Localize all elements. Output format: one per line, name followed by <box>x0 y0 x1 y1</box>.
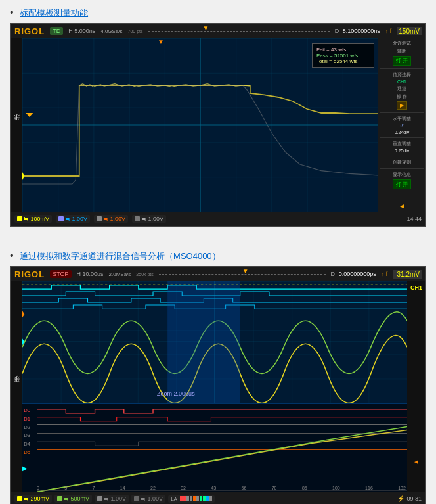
zoom-label: Zoom 2.000us <box>157 390 195 397</box>
scope1-left-label: 水平 <box>11 38 22 212</box>
x-label-32: 32 <box>181 486 186 490</box>
trigger-top-marker: ▼ <box>158 38 164 45</box>
scope1-main: 水平 <box>11 38 425 212</box>
scope1-ch1-indicator: ≒ 100mV <box>14 215 52 223</box>
svg-text:D1: D1 <box>24 416 30 421</box>
scope2-x-axis: 0 3 7 14 22 32 43 56 70 85 100 116 132 <box>35 486 407 490</box>
scope2-analog-svg <box>22 281 407 403</box>
trigger-marker: ▼ <box>202 24 209 32</box>
x-label-7: 7 <box>93 486 95 490</box>
scope2-topbar: RIGOL STOP H 10.00us 2.0MSa/s 250k pts ▼… <box>11 267 425 281</box>
open-btn-2[interactable]: 打 开 <box>393 179 411 189</box>
operate2-label: 操 作 <box>380 93 424 100</box>
scope1-bottombar: ≒ 100mV ≒ 1.00V ≒ 1.00V ≒ 1.00V 14 44 <box>11 212 425 226</box>
open-btn-1[interactable]: 打 开 <box>393 56 411 66</box>
scope2-ch1-label: CH1 <box>410 285 422 291</box>
x-label-0: 0 <box>37 486 39 490</box>
scope2-ch1-val: ≒ 290mV <box>24 495 49 502</box>
scope2-trigger-marker: ▼ <box>242 267 249 275</box>
scope2-voltage: -31.2mV <box>393 270 422 279</box>
scope2-digital: D0 D1 D2 D3 D4 D5 <box>22 403 407 492</box>
scope1-ch3-indicator: ≒ 1.00V <box>94 215 128 223</box>
la-ch8 <box>206 496 209 501</box>
create-rule-label: 创建规则 <box>380 159 424 166</box>
scope1-ch2-indicator: ≒ 1.00V <box>56 215 90 223</box>
scope1-samplerate: 4.0GSa/s <box>100 28 122 34</box>
x-label-85: 85 <box>302 486 307 490</box>
play-btn[interactable]: ▶ <box>397 101 407 110</box>
x-label-116: 116 <box>365 486 373 490</box>
x-label-100: 100 <box>332 486 340 490</box>
la-ch9 <box>209 496 212 501</box>
scope2-main: 水平 <box>11 281 425 492</box>
scope2-ch-arrow: ◄ <box>413 458 420 465</box>
v-val: 0.25div <box>380 149 424 153</box>
scope2-left-label: 水平 <box>11 281 22 492</box>
scope2-ch4-color <box>134 496 139 501</box>
operate-label: 通道 <box>380 85 424 92</box>
scope2-samplerate: 2.0MSa/s <box>109 271 131 277</box>
ch2-color-box <box>58 216 64 221</box>
scope2-timebase: H 10.00us <box>77 271 104 277</box>
digital-left-arrow: ▶ <box>22 465 28 472</box>
scope2-trigicon: ↑ f <box>381 271 388 277</box>
section2-link[interactable]: 通过模拟和数字通道进行混合信号分析（MSO4000） <box>20 251 221 261</box>
svg-text:D2: D2 <box>24 424 30 430</box>
x-label-22: 22 <box>150 486 156 490</box>
scope2-logo: RIGOL <box>14 269 45 279</box>
scope1-ch4-indicator: ≒ 1.00V <box>132 215 166 223</box>
h-adjust-label: 水平调整 <box>380 116 424 122</box>
scope1-pts: 700 pts <box>128 29 143 34</box>
la-ch4 <box>193 496 196 501</box>
scope1-logo: RIGOL <box>14 26 45 36</box>
h-val: 0.24div <box>380 130 424 135</box>
scope1-total: Total = 52544 wfs <box>316 58 370 64</box>
la-ch1 <box>183 496 186 501</box>
scope1-timebase: H 5.000ns <box>68 28 95 34</box>
la-ch2 <box>186 496 189 501</box>
la-ch7 <box>203 496 206 501</box>
scope2-ch2-indicator: ≒ 500mV <box>54 495 92 503</box>
section1-link[interactable]: 标配模板测量功能 <box>20 8 88 18</box>
scope2-la-label: LA <box>171 496 177 502</box>
oscilloscope-1: RIGOL TD H 5.000ns 4.0GSa/s 700 pts ▼ D … <box>10 23 426 227</box>
scope1-ch2-val: ≒ 1.00V <box>65 216 87 222</box>
section2-bullet: • <box>10 250 14 261</box>
scope1-infobox: Fail = 43 wfs Pass = 52501 wfs Total = 5… <box>312 43 374 68</box>
la-ch6 <box>200 496 202 501</box>
scope1-time: 14 44 <box>406 216 422 222</box>
svg-text:D3: D3 <box>24 432 30 438</box>
scope1-ch3-val: ≒ 1.00V <box>103 216 125 222</box>
svg-rect-8 <box>167 281 240 403</box>
v-adjust-label: 垂直调整 <box>380 141 424 147</box>
scope2-ch4-val: ≒ 1.00V <box>141 495 163 502</box>
scope2-grid: Zoom 2.000us D0 D1 D2 D3 D4 <box>22 281 407 492</box>
scope1-trigtime: D 8.10000000ns <box>335 28 380 34</box>
assist-label: 辅助 <box>380 48 424 55</box>
scope2-trigtime: D 0.00000000ps <box>331 271 376 277</box>
bottom-arrow-icon: ◄ <box>380 202 424 210</box>
scope1-fail: Fail = 43 wfs <box>316 47 370 53</box>
section1-bullet: • <box>10 7 14 18</box>
oscilloscope-2: RIGOL STOP H 10.00us 2.0MSa/s 250k pts ▼… <box>10 266 426 504</box>
scope2-ch3-color <box>97 496 102 501</box>
x-label-132: 132 <box>398 486 406 490</box>
scope2-ch2-color <box>57 496 62 501</box>
scope1-right-panel: 允许测试 辅助 打 开 信源选择 CH1 通道 操 作 ▶ 水平调整 ↺ 0.2… <box>378 38 425 212</box>
ch3-color-box <box>97 216 102 221</box>
scope1-ch1-val: ≒ 100mV <box>24 216 49 222</box>
source-select-label: 信源选择 <box>380 72 424 78</box>
scope2-bottombar: ≒ 290mV ≒ 500mV ≒ 1.00V ≒ 1.00V LA <box>11 492 425 504</box>
scope2-la-indicator: LA <box>168 495 215 503</box>
ch-label: CH1 <box>380 80 424 84</box>
svg-text:D4: D4 <box>24 441 30 446</box>
x-label-56: 56 <box>242 486 247 490</box>
scope1-grid: Fail = 43 wfs Pass = 52501 wfs Total = 5… <box>22 38 378 212</box>
scope2-mode: STOP <box>50 270 71 278</box>
la-ch5 <box>196 496 199 501</box>
scope2-ch3-val: ≒ 1.00V <box>104 495 126 502</box>
scope2-right-panel: CH1 ◄ <box>407 281 425 492</box>
scope2-ch1-indicator: ≒ 290mV <box>14 495 52 503</box>
scope2-status-right: ⚡ 09 31 <box>397 495 422 502</box>
la-ch0 <box>180 496 183 501</box>
